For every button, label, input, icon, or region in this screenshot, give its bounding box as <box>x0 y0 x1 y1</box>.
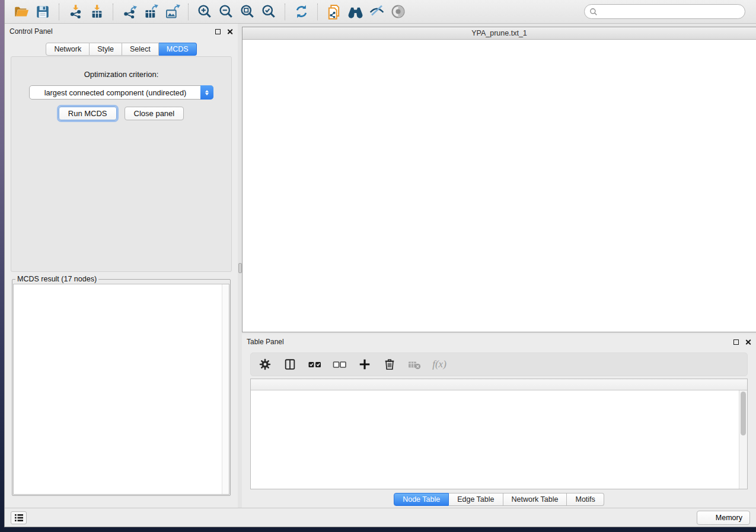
memory-status-icon <box>704 514 712 521</box>
tab-select[interactable]: Select <box>122 43 159 56</box>
network-canvas[interactable] <box>243 40 756 332</box>
toolbar-separator <box>285 4 285 20</box>
toolbar-separator <box>317 4 318 20</box>
toolbar-separator <box>188 4 189 20</box>
refresh-icon[interactable] <box>292 2 311 21</box>
deselect-all-icon[interactable] <box>333 357 347 371</box>
network-window-titlebar[interactable]: YPA_prune.txt_1 <box>243 27 756 40</box>
dropdown-stepper-icon <box>200 85 213 100</box>
tab-edge-table[interactable]: Edge Table <box>449 493 503 506</box>
mcds-result-title: MCDS result (17 nodes) <box>15 275 98 283</box>
node-table[interactable] <box>250 379 748 489</box>
close-table-panel-icon[interactable] <box>745 339 751 345</box>
table-scrollbar[interactable] <box>739 390 747 489</box>
list-icon <box>14 514 24 522</box>
mcds-panel: Optimization criterion: largest connecte… <box>11 56 232 272</box>
open-icon[interactable] <box>12 2 31 21</box>
show-columns-icon[interactable] <box>283 357 297 371</box>
toolbar-separator <box>59 4 59 20</box>
optimization-dropdown[interactable]: largest connected component (undirected) <box>29 85 213 100</box>
panel-splitter[interactable] <box>238 24 242 508</box>
table-header-row[interactable] <box>251 379 747 390</box>
float-panel-icon[interactable] <box>215 29 221 34</box>
table-scrollbar-thumb[interactable] <box>741 392 746 435</box>
tab-mcds[interactable]: MCDS <box>159 43 197 56</box>
search-icon <box>589 8 598 16</box>
close-panel-button[interactable]: Close panel <box>125 107 184 120</box>
dropdown-value: largest connected component (undirected) <box>30 88 213 97</box>
main-toolbar <box>5 0 756 24</box>
gear-icon[interactable] <box>258 357 272 371</box>
select-all-icon[interactable] <box>308 357 322 371</box>
table-tabs: Node Table Edge Table Network Table Moti… <box>242 493 756 506</box>
run-mcds-button[interactable]: Run MCDS <box>59 107 117 120</box>
tab-node-table[interactable]: Node Table <box>394 493 449 506</box>
table-panel: Table Panel f(x) <box>242 334 756 508</box>
tab-style[interactable]: Style <box>90 43 122 56</box>
control-panel-title: Control Panel <box>9 27 53 36</box>
search-field[interactable] <box>584 4 745 19</box>
control-panel-tabs: Network Style Select MCDS <box>5 43 238 56</box>
toolbar-separator <box>113 4 113 20</box>
delete-table-icon[interactable] <box>407 357 422 371</box>
export-table-icon[interactable] <box>141 2 160 21</box>
zoom-out-icon[interactable] <box>216 2 235 21</box>
search-input[interactable] <box>601 8 740 16</box>
network-window: YPA_prune.txt_1 <box>242 27 756 332</box>
network-window-title: YPA_prune.txt_1 <box>243 29 756 37</box>
status-bar: Memory <box>5 508 756 527</box>
table-panel-title: Table Panel <box>247 338 284 346</box>
export-image-icon[interactable] <box>162 2 181 21</box>
tab-motifs[interactable]: Motifs <box>567 493 604 506</box>
mcds-list-scrollbar[interactable] <box>222 284 229 494</box>
zoom-selected-icon[interactable] <box>259 2 278 21</box>
memory-button[interactable]: Memory <box>697 511 750 525</box>
mcds-result-list[interactable] <box>13 284 229 495</box>
clone-network-icon[interactable] <box>324 2 343 21</box>
optimization-label: Optimization criterion: <box>84 70 159 79</box>
mcds-result-group: MCDS result (17 nodes) <box>12 275 231 496</box>
memory-label: Memory <box>716 514 742 522</box>
tab-network[interactable]: Network <box>46 43 90 56</box>
float-table-panel-icon[interactable] <box>733 339 739 345</box>
zoom-in-icon[interactable] <box>195 2 214 21</box>
function-builder-icon[interactable]: f(x) <box>432 357 446 371</box>
close-panel-icon[interactable] <box>227 28 233 35</box>
add-column-icon[interactable] <box>358 357 372 371</box>
hide-icon[interactable] <box>367 2 386 21</box>
task-history-button[interactable] <box>11 511 27 524</box>
import-table-icon[interactable] <box>87 2 106 21</box>
zoom-fit-icon[interactable] <box>238 2 257 21</box>
desktop: { "toolbar": { "search_placeholder": "",… <box>0 0 756 532</box>
network-graph[interactable] <box>243 40 756 332</box>
save-icon[interactable] <box>33 2 52 21</box>
export-network-icon[interactable] <box>120 2 139 21</box>
delete-column-icon[interactable] <box>382 357 397 371</box>
show-icon[interactable] <box>388 2 407 21</box>
tab-network-table[interactable]: Network Table <box>503 493 567 506</box>
binoculars-icon[interactable] <box>346 2 365 21</box>
table-toolbar: f(x) <box>250 352 748 376</box>
application-window: Control Panel Network Style Select MCDS … <box>4 0 756 527</box>
control-panel: Control Panel Network Style Select MCDS … <box>5 24 238 508</box>
import-network-icon[interactable] <box>66 2 85 21</box>
splitter-grip-icon[interactable] <box>238 263 242 273</box>
